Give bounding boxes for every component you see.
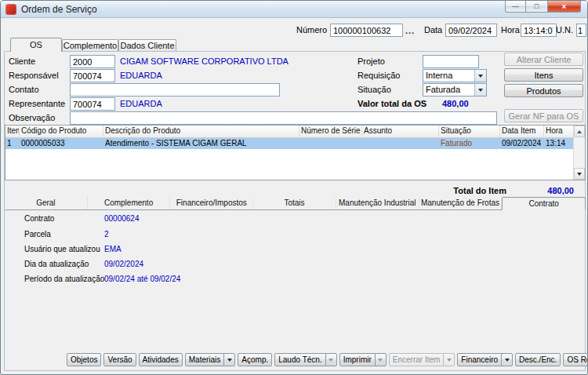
cell-codigo: 0000005033: [20, 138, 103, 149]
materiais-button[interactable]: Materiais: [185, 353, 225, 366]
column-header-descricao[interactable]: Descrição do Produto: [103, 126, 299, 138]
cell-item: 1: [5, 138, 20, 149]
tab-dados-cliente[interactable]: Dados Cliente: [118, 39, 176, 51]
tab-page-frame: [4, 51, 586, 371]
detail-tab-totais[interactable]: Totais: [253, 197, 336, 209]
minimize-button[interactable]: —: [505, 1, 526, 13]
maximize-button[interactable]: □: [526, 1, 547, 13]
acomp-button[interactable]: Açomp.: [238, 353, 272, 366]
dropdown-arrow-icon: [227, 359, 232, 362]
hora-label: Hora: [501, 25, 520, 35]
tab-complemento[interactable]: Complemento: [62, 39, 118, 51]
imprimir-button[interactable]: Imprimir: [339, 353, 376, 366]
atividades-button[interactable]: Atividades: [139, 353, 183, 366]
detail-tab-complemento[interactable]: Complemento: [88, 197, 171, 209]
numero-input[interactable]: [330, 24, 403, 37]
window-title: Ordem de Serviço: [21, 4, 97, 15]
detail-tab-financeiro-impostos[interactable]: Financeiro/Impostos: [170, 197, 253, 209]
un-label: U.N.: [556, 25, 573, 35]
dropdown-arrow-icon: [447, 359, 452, 362]
scroll-up-button[interactable]: [574, 126, 585, 137]
scroll-down-icon: [577, 173, 582, 176]
column-header-codigo[interactable]: Código do Produto: [20, 126, 103, 138]
titlebar[interactable]: Ordem de Serviço — □ ×: [1, 1, 587, 18]
cell-situacao: Faturado: [439, 138, 500, 149]
table-row[interactable]: 1 0000005033 Atendimento - SISTEMA CIGAM…: [5, 138, 585, 149]
cell-data-item: 09/02/2024: [500, 138, 544, 149]
materiais-dropdown-button[interactable]: [223, 353, 235, 366]
cell-descricao: Atendimento - SISTEMA CIGAM GERAL: [103, 138, 299, 149]
data-label: Data: [424, 25, 442, 35]
un-input[interactable]: [576, 24, 586, 37]
versao-button[interactable]: Versão: [103, 353, 136, 366]
cell-hora: 13:14: [544, 138, 573, 149]
financeiro-dropdown-button[interactable]: [501, 353, 513, 366]
column-header-situacao[interactable]: Situação: [439, 126, 500, 138]
column-header-data-item[interactable]: Data Item: [500, 126, 544, 138]
detail-tab-contrato[interactable]: Contrato: [502, 197, 586, 210]
detail-tabs: Geral Complemento Financeiro/Impostos To…: [5, 197, 586, 210]
detail-tab-geral[interactable]: Geral: [5, 197, 88, 209]
detail-tab-manutencao-industrial[interactable]: Manutenção Industrial: [336, 197, 419, 209]
items-grid: Item Código do Produto Descrição do Prod…: [5, 125, 586, 180]
grid-header: Item Código do Produto Descrição do Prod…: [5, 126, 585, 138]
footer-toolbar: Objetos Versão Atividades Materiais Açom…: [67, 353, 588, 367]
close-button[interactable]: ×: [547, 1, 581, 13]
column-header-hora[interactable]: Hora: [544, 126, 573, 138]
ordem-de-servico-window: Ordem de Serviço — □ × Número ... Data H…: [0, 0, 588, 375]
desc-enc-button[interactable]: Desc./Enc.: [515, 353, 561, 366]
numero-lookup-button[interactable]: ...: [405, 26, 415, 35]
encerrar-item-button: Encerrar Item: [389, 353, 445, 366]
hora-input[interactable]: [521, 24, 557, 37]
tab-os[interactable]: OS: [10, 38, 62, 52]
dropdown-arrow-icon: [378, 359, 383, 362]
dropdown-arrow-icon: [505, 359, 510, 362]
column-header-assunto[interactable]: Assunto: [362, 126, 439, 138]
grid-scrollbar[interactable]: [573, 126, 585, 180]
cell-assunto: [362, 138, 439, 149]
window-controls: — □ ×: [505, 1, 581, 13]
laudo-tecnico-button[interactable]: Laudo Técn.: [274, 353, 325, 366]
app-icon: [5, 4, 16, 15]
detail-tab-manutencao-frotas[interactable]: Manutenção de Frotas: [419, 197, 503, 209]
dropdown-arrow-icon: [328, 359, 333, 362]
imprimir-dropdown-button: [375, 353, 387, 366]
column-header-item[interactable]: Item: [5, 126, 20, 138]
objetos-button[interactable]: Objetos: [67, 353, 101, 366]
laudo-tecnico-dropdown-button: [325, 353, 337, 366]
column-header-numero-serie[interactable]: Número de Série: [299, 126, 362, 138]
scroll-down-button[interactable]: [574, 168, 585, 180]
cell-numero-serie: [299, 138, 362, 149]
os-relac-button[interactable]: OS Relac.: [563, 353, 588, 366]
financeiro-button[interactable]: Financeiro: [457, 353, 502, 366]
numero-label: Número: [296, 25, 327, 35]
encerrar-item-dropdown-button: [443, 353, 455, 366]
scroll-up-icon: [577, 130, 582, 133]
data-input[interactable]: [445, 24, 497, 37]
